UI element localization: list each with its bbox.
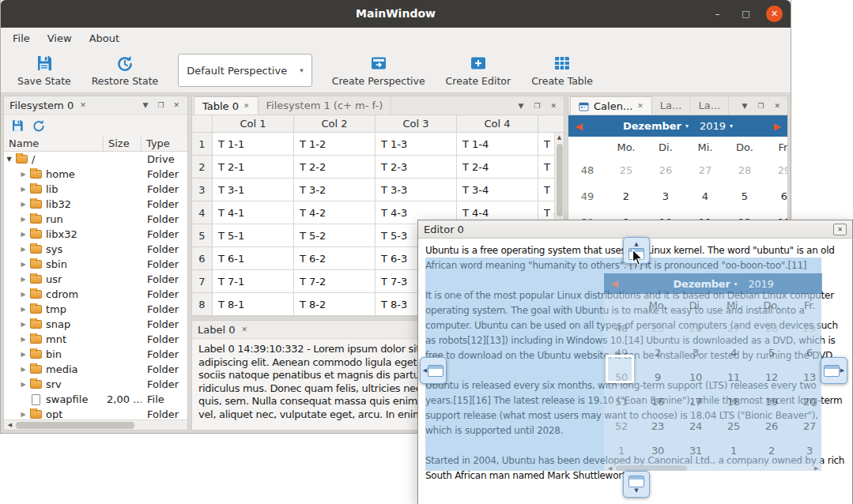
tab-close-icon[interactable]: ✕ [241, 325, 247, 333]
branch-collapsed-icon[interactable]: ▶ [18, 336, 28, 343]
tree-row[interactable]: ▶cdromFolder [4, 287, 187, 302]
table-cell[interactable]: T 1-4 [457, 133, 538, 156]
calendar-date[interactable]: 4 [685, 190, 725, 202]
tab-label-3[interactable]: La... [729, 96, 734, 115]
column-header[interactable]: Col 4 [457, 115, 538, 133]
table-cell[interactable]: T 6-2 [294, 247, 376, 270]
row-header[interactable]: 2 [192, 156, 213, 179]
restore-state-button[interactable]: Restore State [85, 51, 166, 89]
branch-collapsed-icon[interactable]: ▶ [18, 261, 28, 268]
column-header-name[interactable]: Name [4, 136, 104, 151]
scroll-up-icon[interactable]: ▲ [555, 133, 564, 142]
titlebar[interactable]: MainWindow – □ ✕ [1, 0, 791, 28]
table-cell[interactable]: T 2-3 [376, 156, 457, 179]
dock-menu-icon[interactable]: ▼ [515, 102, 526, 110]
tree-row[interactable]: ▶lib32Folder [4, 197, 187, 212]
tree-row[interactable]: ▶mntFolder [4, 332, 187, 347]
tree-row[interactable]: swapfile2,00 …File [4, 392, 187, 407]
calendar-month[interactable]: Dezember [623, 120, 681, 132]
row-header[interactable]: 8 [192, 293, 213, 316]
menu-item-file[interactable]: File [4, 29, 39, 47]
calendar-date[interactable]: 29 [764, 164, 787, 176]
table-cell[interactable]: T 5-1 [213, 224, 294, 247]
tab-table-0[interactable]: Table 0✕ [194, 96, 259, 115]
table-cell[interactable]: T 1-3 [376, 133, 457, 156]
dock-float-icon[interactable]: ❐ [531, 102, 542, 110]
editor-titlebar[interactable]: Editor 0 ✕ [418, 220, 852, 239]
scrollbar-thumb[interactable] [557, 144, 563, 216]
tree-row[interactable]: ▶tmpFolder [4, 302, 187, 317]
minimize-button[interactable]: – [709, 6, 726, 22]
tree-row[interactable]: ▶mediaFolder [4, 362, 187, 377]
create-perspective-button[interactable]: Create Perspective [325, 51, 432, 89]
table-cell[interactable]: T 2-4 [457, 156, 538, 179]
tree-row[interactable]: ▶sbinFolder [4, 257, 187, 272]
calendar-date[interactable]: 26 [646, 164, 685, 176]
create-editor-button[interactable]: Create Editor [439, 51, 519, 89]
tree-row[interactable]: ▶homeFolder [4, 167, 187, 182]
table-cell[interactable]: T 5-2 [294, 224, 376, 247]
row-header[interactable]: 4 [192, 201, 213, 224]
tree-row[interactable]: ▶snapFolder [4, 317, 187, 332]
create-table-button[interactable]: Create Table [524, 51, 600, 89]
branch-collapsed-icon[interactable]: ▶ [18, 381, 28, 388]
tree-row[interactable]: ▶optFolder [4, 407, 187, 419]
filesystem-column-headers[interactable]: NameSizeType [4, 136, 187, 152]
dock-drop-center-indicator[interactable] [606, 355, 634, 383]
tree-row[interactable]: ▶runFolder [4, 212, 187, 227]
branch-collapsed-icon[interactable]: ▶ [18, 171, 28, 178]
table-cell[interactable]: T 3-3 [376, 179, 457, 201]
perspective-combobox[interactable]: Default Perspective ▾ [178, 54, 311, 87]
table-cell[interactable]: T 7-2 [294, 270, 376, 293]
tab-calendar[interactable]: Calen...✕ [570, 96, 652, 115]
branch-collapsed-icon[interactable]: ▶ [18, 411, 28, 418]
table-cell[interactable]: T 3-4 [457, 179, 538, 201]
branch-collapsed-icon[interactable]: ▶ [18, 246, 28, 253]
column-header-size[interactable]: Size [104, 136, 142, 151]
table-cell[interactable]: T 1-2 [294, 133, 376, 156]
table-cell[interactable]: T 7-1 [213, 270, 294, 293]
column-header-type[interactable]: Type [142, 136, 187, 151]
branch-expanded-icon[interactable]: ▼ [4, 156, 14, 163]
tab-close-icon[interactable]: ✕ [243, 102, 250, 110]
table-cell[interactable]: T 1-1 [213, 133, 294, 156]
column-header[interactable]: Col 2 [294, 115, 376, 133]
dock-menu-icon[interactable]: ▼ [140, 101, 150, 109]
branch-collapsed-icon[interactable]: ▶ [18, 186, 28, 193]
dock-float-icon[interactable]: ❐ [155, 101, 166, 109]
tree-row[interactable]: ▶sysFolder [4, 242, 187, 257]
tab-filesystem-1[interactable]: Filesystem 1 (c+ m- f-) [259, 96, 392, 115]
restore-icon[interactable] [32, 118, 46, 133]
branch-collapsed-icon[interactable]: ▶ [18, 366, 28, 373]
calendar-date[interactable]: 3 [646, 190, 685, 202]
menu-item-about[interactable]: About [81, 29, 128, 47]
tab-label-1[interactable]: La... [652, 96, 691, 115]
save-icon[interactable] [10, 118, 25, 133]
close-button[interactable]: ✕ [766, 6, 783, 22]
row-header[interactable]: 7 [192, 270, 213, 293]
calendar-date[interactable]: 5 [725, 190, 764, 202]
branch-collapsed-icon[interactable]: ▶ [18, 201, 28, 208]
row-header[interactable]: 6 [192, 247, 213, 270]
table-cell[interactable]: T 2-1 [213, 156, 294, 179]
row-header[interactable]: 1 [192, 133, 213, 156]
table-cell[interactable]: T 4-2 [294, 201, 376, 224]
filesystem-dock-header[interactable]: Filesystem 0 ✕ ▼ ❐ ✕ [4, 96, 187, 115]
calendar-prev-icon[interactable]: ◀ [568, 121, 589, 132]
tree-row[interactable]: ▶libFolder [4, 182, 187, 197]
tree-row[interactable]: ▶usrFolder [4, 272, 187, 287]
dock-float-icon[interactable]: ❐ [755, 102, 766, 110]
dock-close-icon[interactable]: ✕ [548, 102, 559, 110]
scrollbar-thumb[interactable] [16, 422, 134, 429]
table-cell[interactable]: T 2-2 [294, 156, 376, 179]
column-header[interactable]: Col 5 [538, 115, 564, 133]
calendar-next-icon[interactable]: ▶ [767, 121, 787, 132]
editor-content[interactable]: Ubuntu is a free operating system that u… [418, 239, 852, 504]
row-header[interactable]: 3 [192, 179, 213, 201]
dock-menu-icon[interactable]: ▼ [739, 102, 749, 110]
table-cell[interactable]: T 3-2 [294, 179, 376, 201]
dock-drop-left-indicator[interactable]: ◀ [420, 357, 447, 384]
calendar-date[interactable]: 6 [764, 190, 787, 202]
calendar-date[interactable]: 25 [606, 164, 646, 176]
tree-row[interactable]: ▶srvFolder [4, 377, 187, 392]
